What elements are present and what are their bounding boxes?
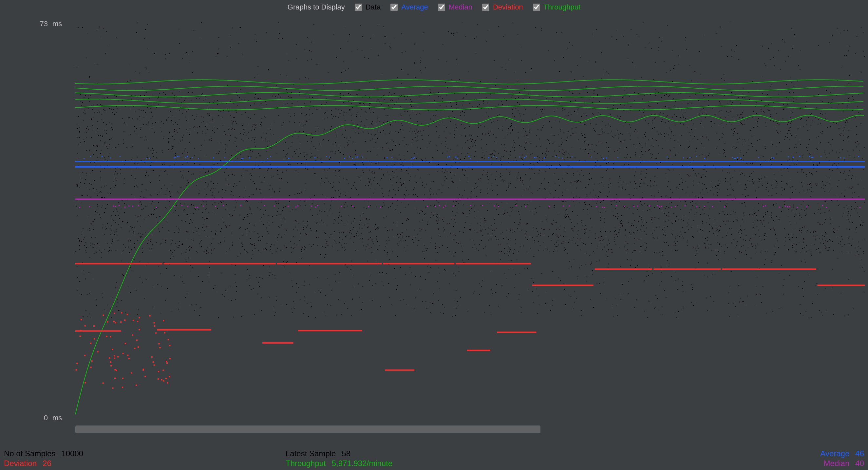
svg-rect-6223 xyxy=(116,370,117,371)
svg-rect-65 xyxy=(682,165,683,166)
svg-rect-5556 xyxy=(675,124,676,124)
svg-rect-3395 xyxy=(186,186,187,186)
svg-rect-4259 xyxy=(477,223,478,224)
svg-rect-437 xyxy=(414,131,415,132)
svg-rect-5679 xyxy=(861,123,861,124)
svg-rect-5206 xyxy=(370,188,370,189)
svg-rect-415 xyxy=(644,96,645,96)
svg-rect-4845 xyxy=(723,221,723,222)
svg-rect-811 xyxy=(305,247,306,247)
svg-rect-5326 xyxy=(800,69,800,70)
svg-rect-3389 xyxy=(592,149,592,150)
svg-rect-4527 xyxy=(749,215,750,215)
toggle-deviation[interactable]: Deviation xyxy=(481,3,523,12)
svg-rect-2178 xyxy=(635,171,636,172)
svg-rect-4376 xyxy=(497,171,497,172)
toggle-median-checkbox[interactable] xyxy=(438,4,445,11)
toggle-throughput[interactable]: Throughput xyxy=(532,3,581,12)
svg-rect-3352 xyxy=(273,222,273,223)
svg-rect-2644 xyxy=(581,116,582,117)
svg-rect-48 xyxy=(602,241,603,241)
svg-rect-2019 xyxy=(821,112,822,112)
svg-rect-4230 xyxy=(825,201,826,201)
svg-rect-1688 xyxy=(661,281,662,282)
svg-rect-570 xyxy=(640,162,641,163)
svg-rect-3474 xyxy=(465,135,466,136)
svg-rect-2289 xyxy=(658,47,659,48)
svg-rect-4680 xyxy=(770,120,771,121)
svg-rect-3773 xyxy=(253,124,253,125)
svg-rect-5711 xyxy=(801,230,802,231)
svg-rect-3653 xyxy=(613,215,614,216)
svg-rect-4757 xyxy=(512,92,512,93)
svg-rect-644 xyxy=(104,212,105,213)
svg-rect-5271 xyxy=(825,201,826,202)
svg-rect-434 xyxy=(373,243,374,244)
svg-rect-2819 xyxy=(332,151,333,152)
svg-rect-4254 xyxy=(490,131,491,132)
svg-rect-735 xyxy=(840,197,841,197)
svg-rect-2389 xyxy=(549,229,550,230)
svg-rect-5791 xyxy=(683,114,683,115)
svg-rect-2316 xyxy=(771,212,772,213)
svg-rect-3518 xyxy=(838,96,838,96)
svg-rect-2403 xyxy=(731,101,731,101)
svg-rect-5672 xyxy=(724,107,724,107)
toggle-deviation-checkbox[interactable] xyxy=(482,4,489,11)
svg-rect-3148 xyxy=(548,140,549,141)
svg-rect-745 xyxy=(861,268,861,268)
svg-rect-4038 xyxy=(153,214,154,215)
svg-rect-3818 xyxy=(723,135,723,135)
svg-rect-1434 xyxy=(542,109,543,110)
svg-rect-2324 xyxy=(229,225,229,226)
svg-rect-5359 xyxy=(637,132,638,132)
svg-rect-4261 xyxy=(682,103,682,103)
svg-rect-779 xyxy=(289,122,290,122)
svg-rect-2571 xyxy=(789,237,789,238)
toggle-data-checkbox[interactable] xyxy=(355,4,362,11)
svg-rect-442 xyxy=(372,171,373,171)
svg-rect-5845 xyxy=(690,135,691,136)
svg-rect-5457 xyxy=(340,93,340,94)
svg-rect-251 xyxy=(646,243,647,244)
toggle-median[interactable]: Median xyxy=(437,3,472,12)
svg-rect-5280 xyxy=(638,209,638,210)
svg-rect-3331 xyxy=(218,243,218,243)
svg-rect-5836 xyxy=(670,189,671,190)
svg-rect-4441 xyxy=(674,147,675,147)
svg-rect-3160 xyxy=(294,247,294,247)
toggle-average[interactable]: Average xyxy=(389,3,428,12)
svg-rect-262 xyxy=(645,121,646,121)
svg-rect-276 xyxy=(504,180,504,181)
svg-rect-1283 xyxy=(577,112,577,113)
toggle-average-checkbox[interactable] xyxy=(391,4,398,11)
svg-rect-2708 xyxy=(87,150,87,151)
svg-rect-2579 xyxy=(160,274,161,274)
toggle-data[interactable]: Data xyxy=(353,3,381,12)
svg-rect-170 xyxy=(604,75,604,75)
plot-scrollbar[interactable] xyxy=(75,426,540,433)
svg-rect-4624 xyxy=(554,150,555,151)
svg-rect-1125 xyxy=(558,277,559,278)
svg-rect-1828 xyxy=(389,150,390,150)
svg-rect-4721 xyxy=(216,230,216,231)
svg-rect-4623 xyxy=(568,216,569,217)
svg-rect-5076 xyxy=(269,297,270,298)
svg-rect-2190 xyxy=(510,229,510,229)
svg-rect-2711 xyxy=(275,96,276,97)
svg-rect-2676 xyxy=(649,149,650,149)
svg-rect-3165 xyxy=(684,291,684,292)
svg-rect-3329 xyxy=(384,109,384,110)
svg-rect-171 xyxy=(240,239,240,239)
svg-rect-4895 xyxy=(614,163,614,164)
svg-rect-5686 xyxy=(381,178,381,179)
toggle-throughput-checkbox[interactable] xyxy=(533,4,540,11)
svg-rect-2974 xyxy=(218,37,218,38)
svg-rect-5950 xyxy=(433,121,434,122)
svg-rect-619 xyxy=(630,127,630,128)
svg-rect-3511 xyxy=(158,266,158,266)
svg-rect-1674 xyxy=(693,305,694,306)
svg-rect-1294 xyxy=(345,195,346,196)
svg-rect-4929 xyxy=(95,165,95,165)
svg-rect-2048 xyxy=(414,63,415,64)
